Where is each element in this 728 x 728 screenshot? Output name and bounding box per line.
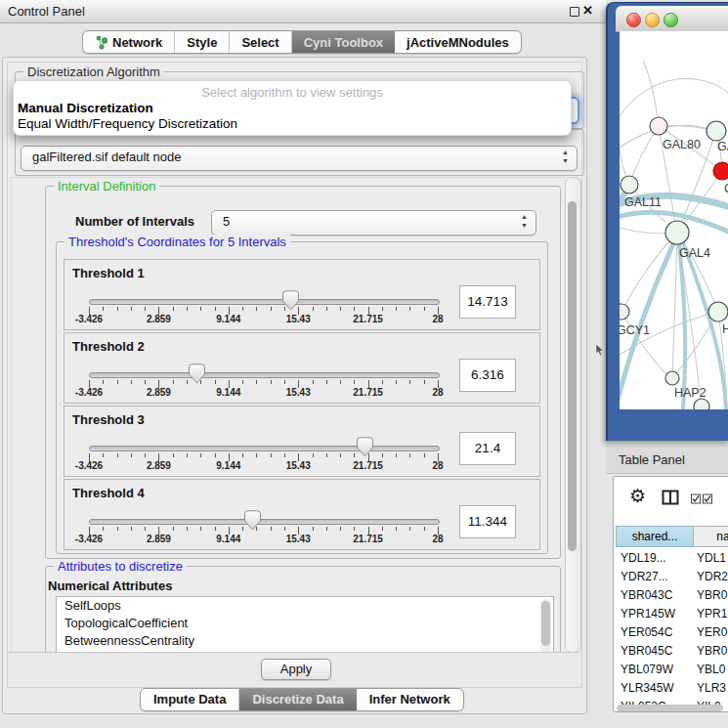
threshold-2-slider-track[interactable] [89, 372, 440, 378]
cell-name: YDL1 [697, 549, 726, 568]
slider-tick [409, 453, 410, 457]
slider-tick [215, 453, 216, 457]
column-layout-icon[interactable] [662, 490, 679, 505]
threshold-3-value-field[interactable]: 21.4 [459, 432, 516, 465]
network-node-gal11[interactable] [621, 176, 638, 193]
table-row[interactable]: YLR345W YLR3 [614, 679, 728, 698]
slider-tick [131, 453, 132, 457]
algorithm-dropdown-popup: Select algorithm to view settings Manual… [13, 80, 572, 136]
threshold-4-slider-track[interactable] [89, 519, 440, 525]
dropdown-option-equal-width-frequency-discretization[interactable]: Equal Width/Frequency Discretization [18, 116, 237, 131]
float-window-icon[interactable] [570, 7, 579, 17]
node-label: GAL11 [624, 195, 662, 209]
apply-button[interactable]: Apply [261, 659, 331, 680]
slider-tick-label: 9.144 [216, 460, 240, 471]
table-row[interactable]: YDR27... YDR2 [614, 568, 728, 586]
table-horizontal-scrollbar[interactable] [617, 705, 723, 711]
threshold-2-slider-thumb[interactable] [189, 364, 205, 384]
attributes-list-scrollbar-thumb[interactable] [541, 601, 550, 646]
panel-title: Control Panel [8, 0, 85, 22]
table-row[interactable]: YBR045C YBR0 [614, 642, 728, 661]
network-node-ga[interactable] [707, 121, 726, 141]
node-label: GA [717, 140, 728, 153]
close-traffic-light-icon[interactable] [626, 13, 641, 27]
table-row[interactable]: YBR043C YBR0 [614, 586, 728, 605]
slider-tick [284, 380, 285, 384]
slider-tick [242, 453, 243, 457]
cell-name: YLR3 [697, 679, 726, 698]
node-label: GAL4 [679, 246, 710, 260]
table-data-combobox[interactable]: galFiltered.sif default node ▲ ▼ [21, 146, 578, 171]
network-node[interactable] [694, 399, 709, 409]
slider-tick-label: 2.859 [147, 460, 171, 471]
table-row[interactable]: YER054C YER0 [614, 623, 728, 642]
slider-tick [382, 380, 383, 384]
cell-name: YBL0 [697, 661, 725, 679]
tab-network[interactable]: Network [83, 31, 175, 53]
column-header-name[interactable]: na [693, 526, 728, 547]
gear-icon[interactable]: ⚙ [629, 485, 646, 507]
table-row[interactable]: YPR145W YPR1 [614, 605, 728, 623]
tab-style[interactable]: Style [175, 31, 230, 53]
tab-discretize-data[interactable]: Discretize Data [239, 689, 356, 710]
slider-tick [103, 380, 104, 384]
threshold-4-slider-thumb[interactable] [244, 510, 261, 531]
cell-shared-name: YBL079W [621, 661, 673, 679]
network-node-gcy1[interactable] [620, 304, 629, 320]
network-node-hap2[interactable] [665, 371, 679, 385]
network-node-c[interactable] [713, 162, 728, 180]
cell-name: YER0 [697, 623, 727, 642]
slider-tick [242, 527, 243, 531]
slider-tick [354, 453, 355, 457]
slider-tick [382, 307, 383, 311]
network-node-gal80[interactable] [650, 117, 667, 135]
attribute-item-betweennesscentrality[interactable]: BetweennessCentrality [57, 632, 553, 650]
slider-tick-label: 9.144 [216, 534, 240, 544]
cell-shared-name: YLR345W [621, 679, 674, 698]
attribute-item-selfloops[interactable]: SelfLoops [57, 597, 553, 615]
threshold-1-slider-thumb[interactable] [282, 290, 299, 311]
interval-definition-group-title: Interval Definition [54, 179, 159, 193]
table-row[interactable]: YBL079W YBL0 [614, 661, 728, 679]
network-node-gal4[interactable] [665, 221, 689, 244]
column-header-shared-name[interactable]: shared... [616, 526, 694, 547]
zoom-traffic-light-icon[interactable] [664, 13, 678, 27]
number-of-intervals-combobox[interactable]: 5 ▲ ▼ [211, 210, 536, 236]
attribute-item-topologicalcoefficient[interactable]: TopologicalCoefficient [57, 615, 553, 632]
cell-shared-name: YBR045C [621, 642, 672, 661]
threshold-1-slider-track[interactable] [89, 299, 440, 305]
combo-down-arrow-icon: ▼ [521, 221, 528, 230]
attributes-list-scrollbar[interactable] [540, 599, 551, 652]
tab-cyni-toolbox[interactable]: Cyni Toolbox [292, 31, 395, 53]
panel-scrollbar-thumb[interactable] [568, 201, 577, 551]
slider-tick [284, 453, 285, 457]
close-icon[interactable]: ✕ [582, 3, 593, 18]
node-label: GAL80 [663, 138, 701, 151]
threshold-2-value-field[interactable]: 6.316 [459, 359, 516, 392]
table-data-combobox-value: galFiltered.sif default node [32, 150, 181, 164]
slider-tick [145, 453, 146, 457]
tab-jactivemnodules[interactable]: jActiveMNodules [395, 31, 521, 53]
cell-shared-name: YER054C [621, 623, 672, 642]
network-canvas[interactable]: GAL80GACGAL11GAL4GCY1HHAP2 [620, 31, 728, 409]
attributes-group-title: Attributes to discretize [54, 559, 187, 574]
tab-impute-data[interactable]: Impute Data [141, 689, 239, 710]
tab-select[interactable]: Select [230, 31, 291, 53]
dropdown-option-manual-discretization[interactable]: Manual Discretization [18, 101, 153, 115]
threshold-3-slider-track[interactable] [89, 446, 440, 451]
network-node-h[interactable] [708, 302, 728, 321]
panel-scrollbar[interactable] [565, 177, 581, 653]
slider-tick-label: -3.426 [75, 387, 103, 398]
slider-tick [131, 307, 132, 311]
threshold-3-slider-thumb[interactable] [357, 437, 373, 457]
table-row[interactable]: YDL19... YDL1 [614, 549, 728, 568]
minimize-traffic-light-icon[interactable] [645, 13, 660, 27]
tab-label: jActiveMNodules [407, 35, 509, 50]
threshold-1-value-field[interactable]: 14.713 [459, 285, 516, 319]
combo-up-arrow-icon: ▲ [521, 212, 528, 221]
tab-infer-network[interactable]: Infer Network [357, 689, 463, 710]
threshold-4-value-field[interactable]: 11.344 [459, 505, 516, 538]
numerical-attributes-list[interactable]: SelfLoopsTopologicalCoefficientBetweenne… [56, 596, 554, 652]
slider-tick-label: 28 [432, 387, 443, 398]
select-columns-checkboxes-icon[interactable] [691, 493, 716, 504]
